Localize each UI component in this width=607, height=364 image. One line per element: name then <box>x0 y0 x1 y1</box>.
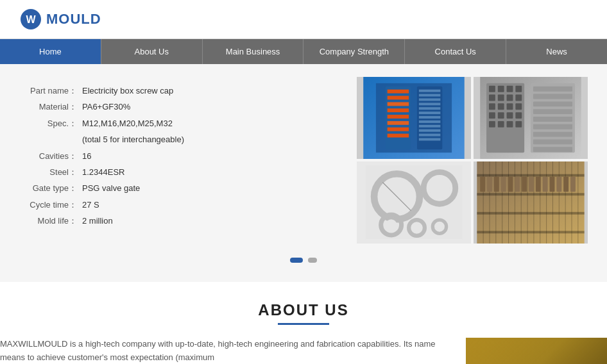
about-image <box>466 338 607 364</box>
svg-rect-97 <box>529 177 534 192</box>
svg-rect-25 <box>419 138 440 141</box>
page-wrapper: W MOULD Home About Us Main Business Comp… <box>0 0 607 364</box>
svg-rect-42 <box>498 112 504 119</box>
label-spec: Spec.： <box>19 116 77 131</box>
svg-rect-11 <box>388 121 409 125</box>
product-row-spec-cont: (total 5 for interchangeable) <box>19 132 338 147</box>
nav-item-contact[interactable]: Contact Us <box>405 39 506 64</box>
svg-rect-55 <box>533 132 572 137</box>
nav-item-home[interactable]: Home <box>0 39 101 64</box>
nav-bar: Home About Us Main Business Company Stre… <box>0 39 607 64</box>
product-img-mold1 <box>357 77 471 159</box>
value-gatetype: PSG valve gate <box>82 181 140 195</box>
mold1-svg <box>357 77 471 159</box>
svg-rect-57 <box>533 147 572 152</box>
svg-rect-99 <box>543 177 548 192</box>
product-row-steel: Steel： 1.2344ESR <box>19 165 338 179</box>
svg-rect-51 <box>533 101 572 106</box>
nav-item-company-strength[interactable]: Company Strength <box>304 39 405 64</box>
svg-rect-92 <box>494 177 499 192</box>
svg-rect-53 <box>533 117 572 122</box>
svg-rect-40 <box>515 103 522 110</box>
product-row-cavities: Cavities： 16 <box>19 149 338 163</box>
nav-item-news[interactable]: News <box>506 39 607 64</box>
label-cavities: Cavities： <box>19 149 77 163</box>
svg-rect-17 <box>419 103 440 105</box>
product-row-partname: Part name： Electricity box screw cap <box>19 83 338 98</box>
product-row-moldlife: Mold life： 2 million <box>19 213 338 228</box>
svg-rect-49 <box>533 87 572 92</box>
product-section: Part name： Electricity box screw cap Mat… <box>19 77 588 250</box>
svg-rect-6 <box>388 90 409 94</box>
value-cavities: 16 <box>82 149 91 163</box>
svg-rect-13 <box>388 134 409 138</box>
nav-item-main-business[interactable]: Main Business <box>203 39 304 64</box>
svg-rect-103 <box>570 177 576 192</box>
about-title: ABOUT US <box>0 301 607 319</box>
label-steel: Steel： <box>19 165 77 179</box>
about-content: MAXWILLMOULD is a high-tech company with… <box>0 338 607 364</box>
svg-rect-52 <box>533 109 572 114</box>
product-img-mold2 <box>474 77 588 159</box>
svg-rect-101 <box>556 177 561 192</box>
value-material: PA6+GF30% <box>82 99 130 114</box>
svg-rect-16 <box>419 98 440 101</box>
carousel-dots <box>19 258 588 263</box>
svg-point-68 <box>436 224 443 231</box>
svg-rect-87 <box>477 193 584 195</box>
svg-rect-56 <box>533 139 572 144</box>
svg-rect-32 <box>515 86 522 92</box>
svg-rect-94 <box>508 177 513 192</box>
svg-rect-22 <box>419 125 440 128</box>
svg-rect-36 <box>515 95 522 101</box>
about-text: MAXWILLMOULD is a high-tech company with… <box>0 338 453 364</box>
product-row-cycletime: Cycle time： 27 S <box>19 197 338 212</box>
svg-rect-47 <box>507 121 513 128</box>
svg-rect-89 <box>477 231 584 233</box>
value-spec-cont: (total 5 for interchangeable) <box>82 132 184 147</box>
product-row-spec: Spec.： M12,M16,M20,M25,M32 <box>19 116 338 131</box>
label-cycletime: Cycle time： <box>19 197 77 212</box>
svg-rect-15 <box>419 94 440 97</box>
svg-rect-7 <box>388 96 409 100</box>
rings-svg <box>363 165 465 239</box>
logo-text: MOULD <box>46 11 101 28</box>
svg-rect-12 <box>388 128 409 131</box>
carousel-dot-2[interactable] <box>308 258 317 263</box>
svg-rect-54 <box>533 124 572 129</box>
svg-rect-33 <box>489 95 495 101</box>
about-section: ABOUT US MAXWILLMOULD is a high-tech com… <box>0 282 607 364</box>
svg-rect-45 <box>489 121 495 128</box>
product-details: Part name： Electricity box screw cap Mat… <box>19 77 338 236</box>
header: W MOULD <box>0 0 607 39</box>
about-underline <box>278 323 329 325</box>
svg-rect-8 <box>388 102 409 106</box>
svg-rect-91 <box>487 177 492 192</box>
svg-rect-37 <box>489 103 495 110</box>
product-table: Part name： Electricity box screw cap Mat… <box>19 83 338 229</box>
svg-point-66 <box>413 224 420 232</box>
logo-area: W MOULD <box>19 8 101 31</box>
svg-point-64 <box>386 220 397 231</box>
svg-rect-38 <box>498 103 504 110</box>
svg-rect-31 <box>507 86 513 92</box>
svg-text:W: W <box>26 14 36 25</box>
carousel-dot-1[interactable] <box>290 258 303 263</box>
svg-rect-14 <box>419 90 440 92</box>
svg-rect-86 <box>477 174 584 177</box>
svg-rect-90 <box>480 177 485 192</box>
nav-item-about[interactable]: About Us <box>101 39 203 64</box>
product-row-material: Material： PA6+GF30% <box>19 99 338 114</box>
svg-rect-18 <box>419 107 440 110</box>
mold2-svg <box>474 77 588 159</box>
svg-rect-30 <box>498 86 504 92</box>
svg-rect-100 <box>550 177 555 192</box>
label-moldlife: Mold life： <box>19 213 77 228</box>
svg-rect-34 <box>498 95 504 101</box>
svg-rect-44 <box>515 112 522 119</box>
product-images <box>357 77 588 244</box>
wm-logo-icon: W <box>19 8 42 31</box>
value-steel: 1.2344ESR <box>82 165 125 179</box>
value-partname: Electricity box screw cap <box>82 83 173 98</box>
product-img-parts <box>474 161 588 244</box>
